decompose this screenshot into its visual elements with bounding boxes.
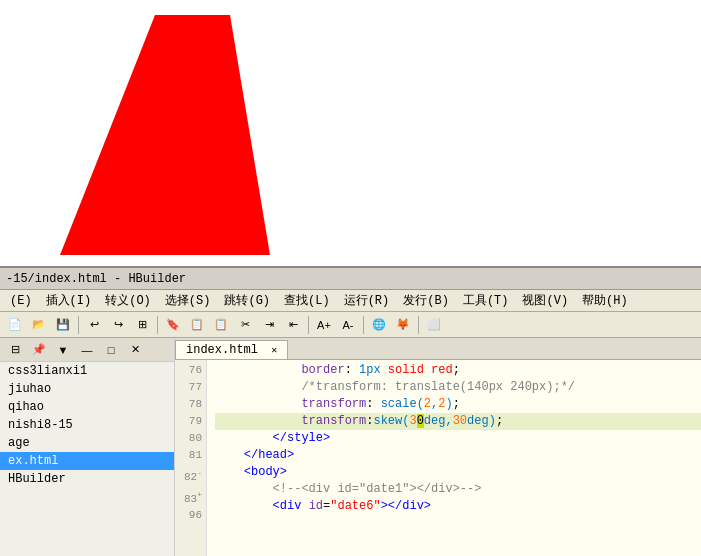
file-tree: ⊟ 📌 ▼ — □ ✕ css3lianxi1 jiuhao qihao nis… [0, 338, 175, 556]
file-tree-close[interactable]: ✕ [124, 340, 146, 360]
toolbar-btn-indent[interactable]: ⇥ [258, 315, 280, 335]
file-tree-header: ⊟ 📌 ▼ — □ ✕ [0, 338, 174, 362]
menu-item-find[interactable]: 查找(L) [278, 290, 336, 311]
menu-item-publish[interactable]: 发行(B) [397, 290, 455, 311]
toolbar-btn-run-browser[interactable]: 🌐 [368, 315, 390, 335]
code-line-81: </head> [215, 447, 701, 464]
line-num-80: 80 [175, 430, 202, 447]
toolbar-sep-5 [418, 316, 419, 334]
toolbar-btn-outdent[interactable]: ⇤ [282, 315, 304, 335]
tree-item-index-html[interactable]: ex.html [0, 452, 174, 470]
menu-item-run[interactable]: 运行(R) [338, 290, 396, 311]
toolbar-btn-save[interactable]: 💾 [52, 315, 74, 335]
menu-item-select[interactable]: 选择(S) [159, 290, 217, 311]
code-line-78: transform: scale(2,2); [215, 396, 701, 413]
code-line-77: /*transform: translate(140px 240px);*/ [215, 379, 701, 396]
line-num-81: 81 [175, 447, 202, 464]
line-num-96: 96 [175, 507, 202, 524]
line-num-76: 76 [175, 362, 202, 379]
line-num-82: 82- [175, 464, 202, 486]
menu-item-help[interactable]: 帮助(H) [576, 290, 634, 311]
preview-area [0, 0, 701, 268]
tree-item-age[interactable]: age [0, 434, 174, 452]
code-line-82: <body> [215, 464, 701, 481]
menu-item-goto[interactable]: 跳转(G) [218, 290, 276, 311]
toolbar: 📄 📂 💾 ↩ ↪ ⊞ 🔖 📋 📋 ✂ ⇥ ⇤ A+ A- 🌐 🦊 ⬜ [0, 312, 701, 338]
toolbar-btn-cut[interactable]: ✂ [234, 315, 256, 335]
tree-item-hbuilder[interactable]: HBuilder [0, 470, 174, 488]
toolbar-btn-format[interactable]: ⊞ [131, 315, 153, 335]
tree-item-qihao[interactable]: qihao [0, 398, 174, 416]
code-lines[interactable]: border: 1px solid red; /*transform: tran… [207, 360, 701, 556]
line-num-83: 83+ [175, 486, 202, 508]
code-line-76: border: 1px solid red; [215, 362, 701, 379]
title-bar: -15/index.html - HBuilder [0, 268, 701, 290]
menu-item-e[interactable]: (E) [4, 292, 38, 310]
tab-close-icon[interactable]: ✕ [271, 345, 277, 356]
code-line-83: <!--<div id="date1"></div>--> [215, 481, 701, 498]
toolbar-sep-4 [363, 316, 364, 334]
toolbar-btn-paste[interactable]: 📋 [210, 315, 232, 335]
file-tree-menu[interactable]: ▼ [52, 340, 74, 360]
toolbar-btn-copy[interactable]: 📋 [186, 315, 208, 335]
menu-item-view[interactable]: 视图(V) [516, 290, 574, 311]
file-tree-min[interactable]: — [76, 340, 98, 360]
editor-tabs: index.html ✕ [175, 338, 701, 360]
tree-item-jiuhao[interactable]: jiuhao [0, 380, 174, 398]
file-tree-max[interactable]: □ [100, 340, 122, 360]
tree-item-css3[interactable]: css3lianxi1 [0, 362, 174, 380]
red-shape [60, 15, 270, 255]
toolbar-btn-bookmark[interactable]: 🔖 [162, 315, 184, 335]
toolbar-btn-fontdown[interactable]: A- [337, 315, 359, 335]
toolbar-btn-new[interactable]: 📄 [4, 315, 26, 335]
toolbar-btn-undo[interactable]: ↩ [83, 315, 105, 335]
file-tree-pin[interactable]: 📌 [28, 340, 50, 360]
file-tree-collapse[interactable]: ⊟ [4, 340, 26, 360]
main-content: ⊟ 📌 ▼ — □ ✕ css3lianxi1 jiuhao qihao nis… [0, 338, 701, 556]
line-num-77: 77 [175, 379, 202, 396]
menu-item-transform[interactable]: 转义(O) [99, 290, 157, 311]
toolbar-btn-preview[interactable]: ⬜ [423, 315, 445, 335]
code-content: 76 77 78 79 80 81 82- 83+ 96 border: 1px… [175, 360, 701, 556]
menu-item-insert[interactable]: 插入(I) [40, 290, 98, 311]
line-numbers: 76 77 78 79 80 81 82- 83+ 96 [175, 360, 207, 556]
preview-canvas [0, 0, 701, 268]
menu-bar: (E) 插入(I) 转义(O) 选择(S) 跳转(G) 查找(L) 运行(R) … [0, 290, 701, 312]
line-num-78: 78 [175, 396, 202, 413]
editor-tab-index-html[interactable]: index.html ✕ [175, 340, 288, 359]
toolbar-sep-1 [78, 316, 79, 334]
title-text: -15/index.html - HBuilder [6, 272, 186, 286]
toolbar-btn-fontup[interactable]: A+ [313, 315, 335, 335]
code-line-79: transform:skew(30deg,30deg); [215, 413, 701, 430]
tree-item-nishi8-15[interactable]: nishi8-15 [0, 416, 174, 434]
toolbar-sep-3 [308, 316, 309, 334]
toolbar-btn-firefox[interactable]: 🦊 [392, 315, 414, 335]
toolbar-btn-open[interactable]: 📂 [28, 315, 50, 335]
ide-area: -15/index.html - HBuilder (E) 插入(I) 转义(O… [0, 268, 701, 556]
menu-item-tools[interactable]: 工具(T) [457, 290, 515, 311]
editor-area: index.html ✕ 76 77 78 79 80 81 82- 83+ 9… [175, 338, 701, 556]
code-line-80: </style> [215, 430, 701, 447]
code-line-96: <div id="date6"></div> [215, 498, 701, 515]
toolbar-btn-redo[interactable]: ↪ [107, 315, 129, 335]
toolbar-sep-2 [157, 316, 158, 334]
line-num-79: 79 [175, 413, 202, 430]
